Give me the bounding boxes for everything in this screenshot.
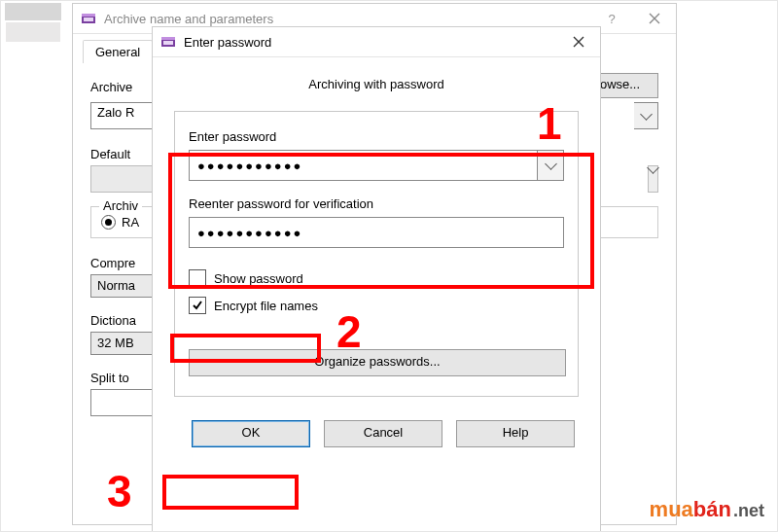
encrypt-filenames-checkbox[interactable]: Encrypt file names xyxy=(189,297,564,314)
show-password-label: Show password xyxy=(214,271,303,286)
encrypt-filenames-label: Encrypt file names xyxy=(214,299,318,313)
svg-rect-5 xyxy=(163,41,173,45)
password-input[interactable]: ●●●●●●●●●●● xyxy=(189,150,538,181)
winrar-icon xyxy=(81,11,96,26)
update-mode-dropdown[interactable] xyxy=(648,165,658,193)
ok-button[interactable]: OK xyxy=(192,420,310,447)
password-history-dropdown[interactable] xyxy=(538,150,564,181)
dialog-subtitle: Archiving with password xyxy=(174,77,579,91)
archive-name-dropdown[interactable] xyxy=(634,102,658,129)
checkbox-icon xyxy=(189,297,206,314)
chevron-down-icon xyxy=(545,158,557,170)
watermark: muabán.net xyxy=(650,497,764,522)
rar-radio-label: RA xyxy=(122,215,139,230)
back-title: Archive name and parameters xyxy=(104,12,590,26)
close-icon xyxy=(649,13,660,24)
front-titlebar: Enter password xyxy=(153,27,600,57)
chevron-down-icon xyxy=(640,108,653,121)
checkbox-icon xyxy=(189,269,206,287)
organize-passwords-button[interactable]: Organize passwords... xyxy=(189,349,566,376)
archive-format-legend: Archiv xyxy=(99,198,142,213)
help-button[interactable]: Help xyxy=(456,420,575,447)
close-icon xyxy=(573,36,584,48)
winrar-icon xyxy=(160,34,176,50)
radio-icon xyxy=(101,215,116,230)
svg-rect-1 xyxy=(82,14,95,17)
front-title: Enter password xyxy=(184,35,557,50)
svg-rect-2 xyxy=(84,18,93,21)
svg-rect-4 xyxy=(161,37,175,40)
back-close-button[interactable] xyxy=(633,4,676,33)
chevron-down-icon xyxy=(647,161,659,174)
reenter-password-label: Reenter password for verification xyxy=(189,196,564,211)
enter-password-dialog: Enter password Archiving with password E… xyxy=(152,26,601,532)
cancel-button[interactable]: Cancel xyxy=(324,420,442,447)
front-close-button[interactable] xyxy=(557,27,600,56)
password-group: Enter password ●●●●●●●●●●● Reenter passw… xyxy=(174,111,579,397)
show-password-checkbox[interactable]: Show password xyxy=(189,269,564,287)
enter-password-label: Enter password xyxy=(189,129,564,144)
reenter-password-input[interactable]: ●●●●●●●●●●● xyxy=(189,217,564,248)
tab-general[interactable]: General xyxy=(83,40,153,63)
